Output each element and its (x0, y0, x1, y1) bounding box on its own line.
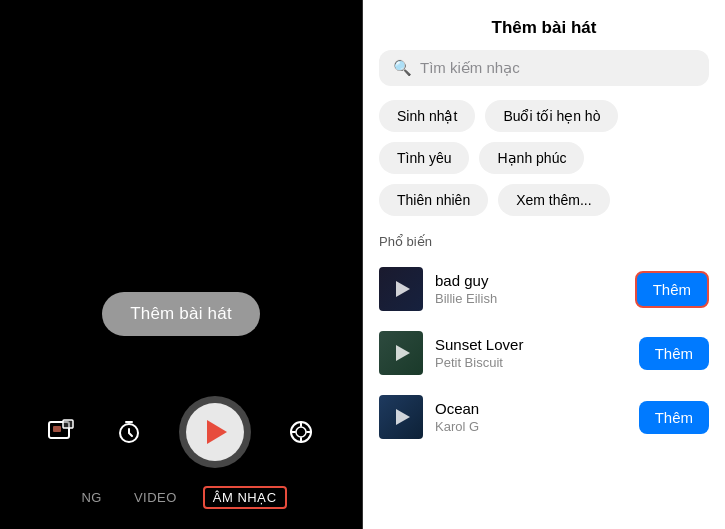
tags-row-2: Tình yêu Hạnh phúc (379, 142, 709, 174)
timer-icon[interactable] (111, 414, 147, 450)
add-song-bubble[interactable]: Thêm bài hát (102, 292, 260, 336)
tags-row-3: Thiên nhiên Xem thêm... (379, 184, 709, 216)
song-thumb-bad-guy (379, 267, 423, 311)
song-artist-ocean: Karol G (435, 419, 627, 434)
play-icon (207, 420, 227, 444)
record-inner (186, 403, 244, 461)
search-bar[interactable]: 🔍 Tìm kiếm nhạc (379, 50, 709, 86)
gallery-icon[interactable] (43, 414, 79, 450)
tab-am-nhac[interactable]: ÂM NHẠC (203, 486, 287, 509)
song-title-sunset-lover: Sunset Lover (435, 336, 627, 353)
search-icon: 🔍 (393, 59, 412, 77)
tag-hanh-phuc[interactable]: Hạnh phúc (479, 142, 584, 174)
song-title-ocean: Ocean (435, 400, 627, 417)
tag-buoi-toi[interactable]: Buổi tối hẹn hò (485, 100, 618, 132)
tags-section: Sinh nhật Buổi tối hẹn hò Tình yêu Hạnh … (363, 100, 725, 230)
tag-xem-them[interactable]: Xem thêm... (498, 184, 609, 216)
song-title-bad-guy: bad guy (435, 272, 623, 289)
song-list: bad guy Billie Eilish Thêm Sunset Lover … (363, 257, 725, 529)
panel-title: Thêm bài hát (363, 0, 725, 50)
tab-ng[interactable]: NG (75, 486, 108, 509)
search-input-placeholder[interactable]: Tìm kiếm nhạc (420, 59, 520, 77)
effects-icon[interactable] (283, 414, 319, 450)
add-button-sunset-lover[interactable]: Thêm (639, 337, 709, 370)
tag-tinh-yeu[interactable]: Tình yêu (379, 142, 469, 174)
song-thumb-ocean (379, 395, 423, 439)
camera-panel: Thêm bài hát (0, 0, 362, 529)
add-button-bad-guy[interactable]: Thêm (635, 271, 709, 308)
tag-thien-nhien[interactable]: Thiên nhiên (379, 184, 488, 216)
svg-rect-1 (53, 426, 61, 432)
thumb-play-icon-2 (396, 345, 410, 361)
add-button-ocean[interactable]: Thêm (639, 401, 709, 434)
song-panel: Thêm bài hát 🔍 Tìm kiếm nhạc Sinh nhật B… (363, 0, 725, 529)
song-item-sunset-lover: Sunset Lover Petit Biscuit Thêm (363, 321, 725, 385)
popular-label: Phổ biến (363, 230, 725, 257)
svg-rect-2 (63, 420, 73, 428)
record-button[interactable] (179, 396, 251, 468)
camera-controls (43, 396, 319, 468)
song-item-bad-guy: bad guy Billie Eilish Thêm (363, 257, 725, 321)
song-item-ocean: Ocean Karol G Thêm (363, 385, 725, 449)
song-artist-sunset-lover: Petit Biscuit (435, 355, 627, 370)
song-info-sunset-lover: Sunset Lover Petit Biscuit (435, 336, 627, 370)
tab-video[interactable]: VIDEO (128, 486, 183, 509)
song-thumb-sunset-lover (379, 331, 423, 375)
thumb-play-icon (396, 281, 410, 297)
bottom-tabs: NG VIDEO ÂM NHẠC (75, 486, 286, 509)
thumb-play-icon-3 (396, 409, 410, 425)
tags-row-1: Sinh nhật Buổi tối hẹn hò (379, 100, 709, 132)
song-info-ocean: Ocean Karol G (435, 400, 627, 434)
tag-sinh-nhat[interactable]: Sinh nhật (379, 100, 475, 132)
svg-point-5 (296, 427, 306, 437)
song-info-bad-guy: bad guy Billie Eilish (435, 272, 623, 306)
song-artist-bad-guy: Billie Eilish (435, 291, 623, 306)
